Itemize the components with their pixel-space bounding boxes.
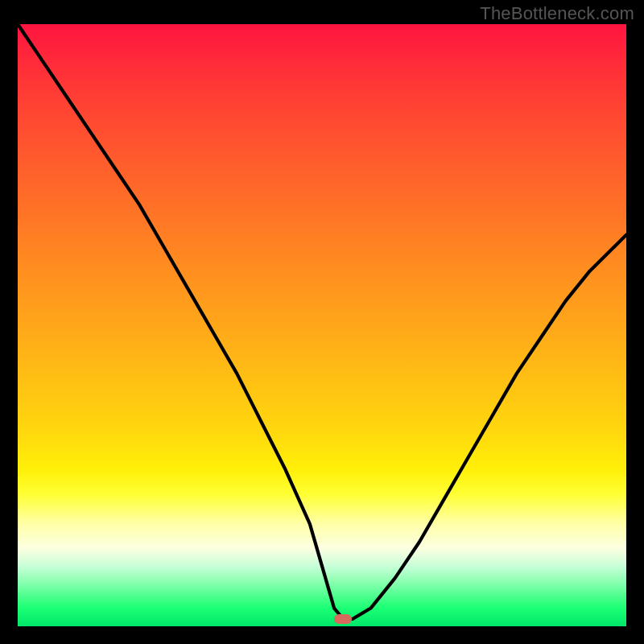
plot-area (18, 24, 626, 626)
optimal-point-marker (334, 614, 352, 624)
watermark-text: TheBottleneck.com (480, 3, 634, 24)
chart-frame: TheBottleneck.com (0, 0, 644, 644)
bottleneck-curve (18, 24, 626, 626)
